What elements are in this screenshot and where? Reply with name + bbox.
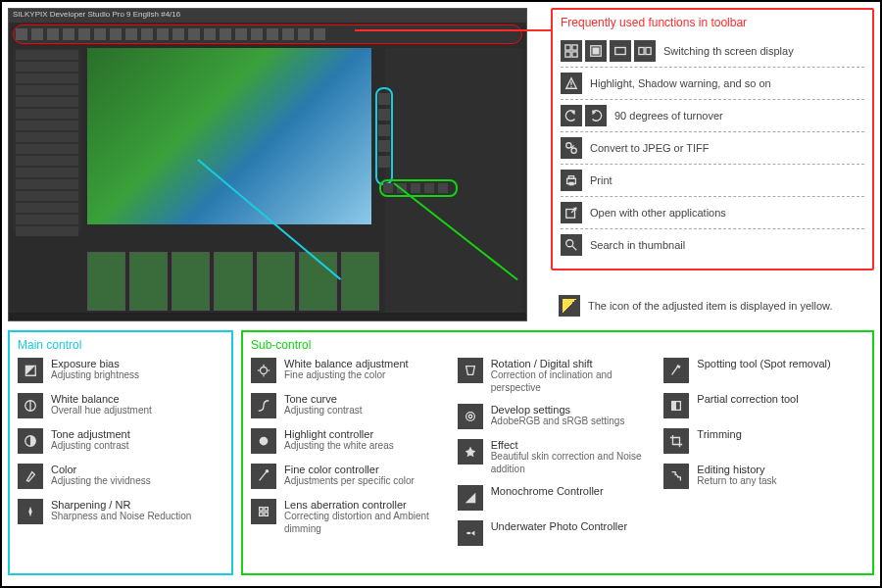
sub-control-panel: Sub-control White balance adjustmentFine…	[241, 330, 874, 575]
sub-item-spotting: Spotting tool (Spot removal)	[663, 358, 864, 383]
svg-point-27	[260, 437, 269, 446]
highlight-icon	[251, 428, 276, 454]
wb-adjust-icon	[251, 358, 276, 383]
svg-rect-14	[568, 176, 573, 179]
warning-icon	[561, 73, 582, 94]
svg-point-22	[261, 368, 268, 374]
svg-line-18	[572, 246, 576, 250]
tone-icon	[18, 428, 43, 454]
sub-control-title: Sub-control	[251, 338, 864, 352]
main-item-color: ColorAdjusting the vividness	[18, 464, 223, 489]
toolbar-row-label: Convert to JPEG or TIFF	[590, 142, 709, 154]
toolbar-row-screen-display: Switching th screen display	[561, 35, 864, 68]
sub-item-effect: EffectBeautiful skin correction and Nois…	[458, 439, 659, 475]
toolbar-row-convert: Convert to JPEG or TIFF	[561, 132, 864, 165]
sub-control-strip[interactable]	[379, 179, 458, 197]
sharpen-icon	[18, 499, 43, 524]
toolbar-panel-title: Frequently used functions in toolbar	[561, 16, 864, 29]
yellow-icon-note: The icon of the adjusted item is display…	[551, 291, 874, 320]
svg-rect-0	[565, 45, 570, 50]
print-icon	[561, 170, 582, 191]
dual-view-icon	[610, 40, 631, 62]
main-item-whitebalance: White balanceOverall hue adjustment	[18, 393, 223, 418]
finecolor-icon	[251, 464, 276, 489]
preview-image	[87, 48, 371, 224]
main-item-exposure: Exposure biasAdjusting brightness	[18, 358, 223, 383]
partial-icon	[663, 393, 689, 418]
svg-rect-5	[593, 48, 600, 55]
main-item-tone: Tone adjustmentAdjusting contrast	[18, 428, 223, 454]
svg-rect-15	[568, 182, 573, 186]
rotate-right-icon	[585, 105, 607, 126]
effect-icon	[458, 439, 483, 465]
svg-rect-30	[265, 508, 269, 512]
folder-panel[interactable]	[13, 48, 81, 232]
toolbar-callout-panel: Frequently used functions in toolbar Swi…	[551, 8, 874, 270]
callout-line-toolbar	[355, 29, 551, 31]
toolbar-row-label: Switching th screen display	[663, 45, 794, 57]
svg-rect-1	[572, 45, 577, 50]
svg-rect-6	[615, 48, 626, 55]
sub-item-history: Editing historyReturn to any task	[663, 464, 864, 489]
compare-view-icon	[634, 40, 656, 62]
search-icon	[561, 234, 582, 256]
color-icon	[18, 464, 43, 489]
sub-item-partial: Partial correction tool	[663, 393, 864, 418]
svg-rect-2	[565, 52, 570, 57]
svg-point-34	[468, 415, 472, 418]
toolbar-row-label: Print	[590, 174, 612, 186]
external-app-icon	[561, 202, 582, 223]
spotting-icon	[663, 358, 689, 383]
lens-icon	[251, 499, 276, 524]
svg-rect-31	[260, 513, 264, 516]
adjusted-item-icon	[559, 295, 580, 317]
svg-point-10	[570, 86, 571, 87]
yellow-note-text: The icon of the adjusted item is display…	[588, 299, 832, 313]
monochrome-icon	[458, 485, 483, 511]
rotate-left-icon	[561, 105, 582, 126]
underwater-icon	[458, 520, 483, 546]
sub-item-lens: Lens aberration controllerCorrecting dis…	[251, 499, 452, 535]
svg-point-17	[566, 240, 573, 247]
svg-rect-37	[672, 402, 676, 411]
tonecurve-icon	[251, 393, 276, 418]
svg-point-11	[566, 143, 571, 148]
toolbar-row-print: Print	[561, 165, 864, 197]
svg-point-12	[571, 148, 576, 153]
app-window: SILKYPIX Developer Studio Pro 9 English …	[8, 8, 527, 321]
sub-item-tonecurve: Tone curveAdjusting contrast	[251, 393, 452, 418]
sub-item-wb-adjust: White balance adjustmentFine adjusting t…	[251, 358, 452, 383]
sub-item-trimming: Trimming	[663, 428, 864, 454]
convert-icon	[561, 137, 582, 159]
main-control-strip[interactable]	[375, 87, 393, 185]
main-item-sharpen: Sharpening / NRSharpness and Noise Reduc…	[18, 499, 223, 524]
svg-point-28	[266, 469, 270, 473]
sub-item-highlight: Highlight controllerAdjusting the white …	[251, 428, 452, 454]
grid-icon	[561, 40, 582, 62]
toolbar-row-label: Highlight, Shadow warning, and so on	[590, 77, 771, 89]
thumbnail-strip[interactable]	[87, 252, 379, 311]
toolbar-row-label: 90 degrees of turnover	[614, 110, 723, 122]
svg-rect-8	[646, 48, 651, 55]
main-control-title: Main control	[18, 338, 223, 352]
svg-rect-7	[639, 48, 644, 55]
titlebar: SILKYPIX Developer Studio Pro 9 English …	[9, 9, 526, 23]
single-view-icon	[585, 40, 607, 62]
sub-item-monochrome: Monochrome Controller	[458, 485, 659, 511]
svg-rect-29	[260, 508, 264, 512]
main-toolbar[interactable]	[13, 24, 522, 44]
svg-rect-3	[572, 52, 577, 57]
sub-item-rotation: Rotation / Digital shiftCorrection of in…	[458, 358, 659, 394]
toolbar-row-label: Search in thumbnail	[590, 239, 685, 251]
sub-item-underwater: Underwater Photo Controller	[458, 520, 659, 546]
toolbar-row-openwith: Open with other applications	[561, 197, 864, 229]
toolbar-row-search: Search in thumbnail	[561, 229, 864, 261]
svg-point-33	[466, 413, 474, 421]
exposure-icon	[18, 358, 43, 383]
main-control-panel: Main control Exposure biasAdjusting brig…	[8, 330, 233, 575]
sub-item-finecolor: Fine color controllerAdjustments per spe…	[251, 464, 452, 489]
rotation-icon	[458, 358, 483, 383]
toolbar-row-warning: Highlight, Shadow warning, and so on	[561, 68, 864, 100]
develop-icon	[458, 404, 483, 429]
sub-item-develop: Develop settingsAdobeRGB and sRGB settin…	[458, 404, 659, 429]
